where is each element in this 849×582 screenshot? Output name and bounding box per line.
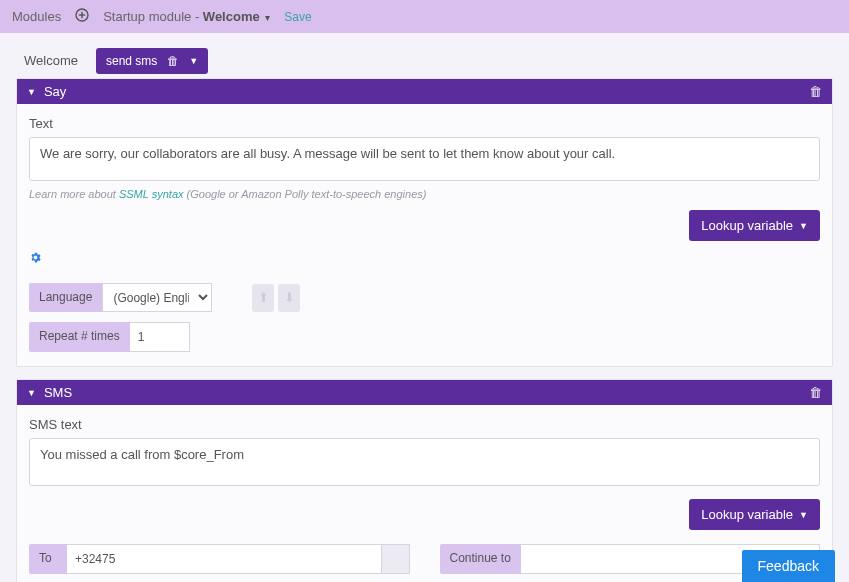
feedback-button[interactable]: Feedback [742, 550, 835, 582]
sms-text-input[interactable]: You missed a call from $core_From [29, 438, 820, 486]
panel-header-say[interactable]: ▼ Say 🗑 [17, 79, 832, 104]
chevron-down-icon[interactable]: ▼ [189, 56, 198, 66]
collapse-icon: ▼ [27, 388, 36, 398]
ssml-hint: Learn more about SSML syntax (Google or … [29, 188, 820, 200]
startup-name: Welcome [203, 9, 260, 24]
trash-icon[interactable]: 🗑 [809, 385, 822, 400]
language-label: Language [29, 283, 102, 312]
to-field: To [29, 544, 410, 574]
to-dropdown-button[interactable] [382, 544, 410, 574]
panel-title-say: Say [44, 84, 66, 99]
startup-prefix: Startup module - [103, 9, 203, 24]
language-select[interactable]: (Google) English [102, 283, 212, 312]
sms-text-label: SMS text [29, 417, 820, 432]
gear-icon[interactable] [29, 251, 42, 267]
continue-to-label: Continue to [440, 544, 521, 574]
say-text-label: Text [29, 116, 820, 131]
lookup-variable-button[interactable]: Lookup variable▼ [689, 210, 820, 241]
modules-label[interactable]: Modules [12, 9, 61, 24]
move-down-button[interactable]: ⬇ [278, 284, 300, 312]
panel-say: ▼ Say 🗑 Text We are sorry, our collabora… [16, 78, 833, 367]
panel-title-sms: SMS [44, 385, 72, 400]
ssml-link[interactable]: SSML syntax [119, 188, 184, 200]
chevron-down-icon: ▼ [799, 510, 808, 520]
say-text-input[interactable]: We are sorry, our collaborators are all … [29, 137, 820, 181]
repeat-input[interactable] [130, 322, 190, 352]
panel-sms: ▼ SMS 🗑 SMS text You missed a call from … [16, 379, 833, 582]
tab-send-sms[interactable]: send sms 🗑 ▼ [96, 48, 208, 74]
tab-send-sms-label: send sms [106, 54, 157, 68]
startup-module-dropdown[interactable]: Startup module - Welcome [103, 9, 270, 24]
tab-welcome[interactable]: Welcome [14, 47, 88, 74]
save-link[interactable]: Save [284, 10, 311, 24]
add-module-icon[interactable] [75, 8, 89, 25]
lookup-variable-button[interactable]: Lookup variable▼ [689, 499, 820, 530]
chevron-down-icon: ▼ [799, 221, 808, 231]
move-up-button[interactable]: ⬆ [252, 284, 274, 312]
tabs-row: Welcome send sms 🗑 ▼ [6, 47, 843, 78]
trash-icon[interactable]: 🗑 [167, 54, 179, 68]
repeat-label: Repeat # times [29, 322, 130, 352]
trash-icon[interactable]: 🗑 [809, 84, 822, 99]
panel-header-sms[interactable]: ▼ SMS 🗑 [17, 380, 832, 405]
top-bar: Modules Startup module - Welcome Save [0, 0, 849, 33]
collapse-icon: ▼ [27, 87, 36, 97]
to-label: To [29, 544, 67, 574]
to-input[interactable] [67, 544, 382, 574]
